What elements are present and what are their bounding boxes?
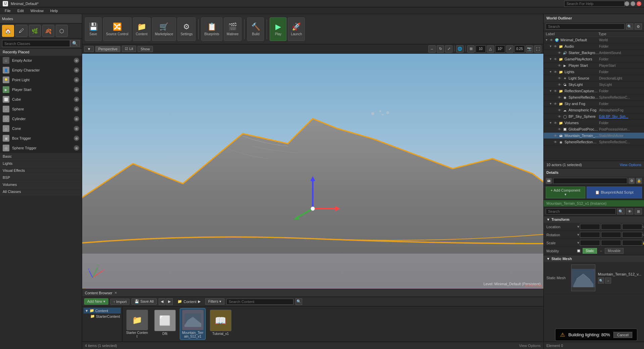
viewport[interactable]: X Y Z Level: Minimal_Default (Persistent…	[82, 54, 543, 289]
scale-snap-icon[interactable]: ⤢	[506, 45, 514, 53]
lit-button[interactable]: ☑ Lit	[122, 46, 136, 52]
wo-type-bp-sky[interactable]: Edit BP_Sky_Sph...	[599, 115, 643, 118]
source-control-button[interactable]: 🔀 Source Control	[103, 17, 131, 41]
minimize-button[interactable]: —	[625, 1, 629, 6]
wo-expand-volumes[interactable]: ▼	[549, 121, 553, 124]
close-button[interactable]: ✕	[637, 1, 641, 6]
category-recently-placed[interactable]: Recently Placed	[0, 49, 82, 56]
sphere-add[interactable]: ⊕	[74, 106, 79, 112]
wo-item-reflection[interactable]: ▼ 👁 📁 ReflectionCaptureActors Folder	[544, 88, 644, 94]
world-local-icon[interactable]: 🌐	[456, 45, 464, 53]
mesh-browse-btn[interactable]: 🔍	[598, 278, 604, 284]
wo-item-sphere-reflection10[interactable]: ▶ 👁 ◉ SphereReflectionCapture10 SphereRe…	[544, 94, 644, 101]
rotate-icon[interactable]: ↻	[437, 45, 444, 53]
transform-header[interactable]: ▼ Transform	[544, 216, 644, 223]
matinee-button[interactable]: 🎬 Matinee	[224, 17, 242, 41]
search-classes-button[interactable]: 🔍	[70, 40, 80, 47]
dp-actor-settings[interactable]: ⚙	[629, 178, 635, 184]
content-browser-close[interactable]: ✕	[114, 291, 117, 295]
wo-item-bg-cue[interactable]: ▶ 👁 🔊 Starter_Background_Cue AmbientSoun…	[544, 50, 644, 56]
menu-help[interactable]: Help	[47, 8, 61, 13]
rotation-x-input[interactable]: 0.0°	[580, 232, 600, 238]
scale-icon[interactable]: ⤢	[445, 45, 452, 53]
content-button[interactable]: 📁 Content	[133, 17, 151, 41]
dp-actor-name-input[interactable]: Mountain_Terrain_512_v1	[553, 178, 627, 184]
asset-dflt[interactable]: ⬜ Dflt	[152, 308, 177, 340]
mobility-movable-button[interactable]: Movable	[605, 248, 624, 254]
wo-item-atm-fog[interactable]: ▶ 👁 ☁ Atmospheric Fog AtmosphericFog	[544, 107, 644, 113]
cone-add[interactable]: ⊕	[74, 126, 79, 131]
scale-y-input[interactable]: 10.0	[601, 240, 621, 246]
folder-content[interactable]: ▼ 📁 Content	[84, 308, 121, 313]
build-button[interactable]: 🔨 Build	[247, 17, 264, 41]
category-visual-effects[interactable]: Visual Effects	[0, 167, 82, 174]
wo-search-btn[interactable]: 🔍	[626, 23, 633, 30]
sphere-trigger-add[interactable]: ⊕	[74, 145, 79, 151]
category-basic[interactable]: Basic	[0, 153, 82, 160]
point-light-add[interactable]: ⊕	[74, 77, 79, 83]
dp-search-input[interactable]	[546, 208, 616, 214]
cube-add[interactable]: ⊕	[74, 97, 79, 102]
filters-button[interactable]: Filters ▾	[205, 298, 224, 305]
viewport-dropdown[interactable]: ▼	[84, 46, 94, 52]
wo-expand-audio[interactable]: ▼	[549, 45, 553, 48]
menu-file[interactable]: File	[1, 8, 14, 13]
grid-snap-input[interactable]: 10	[476, 45, 486, 53]
category-bsp[interactable]: BSP	[0, 174, 82, 181]
location-y-input[interactable]: -270.0 cm	[601, 224, 621, 230]
search-classes-input[interactable]	[2, 40, 70, 47]
mode-foliage[interactable]: 🍂	[42, 25, 54, 37]
cb-view-options[interactable]: View Options	[519, 344, 541, 348]
mode-landscape[interactable]: 🌿	[29, 25, 41, 37]
maximize-icon[interactable]: ⛶	[534, 45, 541, 53]
wo-item-sky-fog[interactable]: ▼ 👁 📁 Sky and Fog Folder	[544, 101, 644, 107]
box-trigger-add[interactable]: ⊕	[74, 136, 79, 141]
camera-speed-icon[interactable]: 📷	[526, 45, 533, 53]
list-item[interactable]: ▶ Player Start ⊕	[0, 85, 82, 95]
content-search-input[interactable]	[226, 299, 293, 305]
rotation-reset[interactable]: ↺	[642, 233, 644, 237]
launch-button[interactable]: 🚀 Launch	[288, 17, 305, 41]
list-item[interactable]: △ Cone ⊕	[0, 124, 82, 134]
rotation-snap-input[interactable]	[495, 45, 505, 53]
dp-search-btn[interactable]: 🔍	[617, 208, 625, 214]
menu-edit[interactable]: Edit	[14, 8, 27, 13]
blueprints-button[interactable]: 📋 Blueprints	[201, 17, 222, 41]
add-component-button[interactable]: + Add Component ▾	[546, 187, 585, 198]
wo-item-volumes[interactable]: ▼ 👁 📁 Volumes Folder	[544, 120, 644, 126]
wo-item-skylight[interactable]: ▶ 👁 🌤 SkyLight SkyLight	[544, 82, 644, 88]
wo-search-input[interactable]	[546, 23, 625, 30]
wo-item-audio[interactable]: ▼ 👁 📁 Audio Folder	[544, 43, 644, 50]
static-mesh-header[interactable]: ▼ Static Mesh	[544, 255, 644, 262]
lock-scale-icon[interactable]: 🔒	[642, 241, 644, 245]
cb-forward-button[interactable]: ▶	[166, 298, 173, 305]
list-item[interactable]: ⬡ Cylinder ⊕	[0, 114, 82, 124]
wo-item-mountain-terrain[interactable]: ▶ 👁 🏔 Mountain_Terrain_512_v1 StaticMesh…	[544, 133, 644, 139]
building-cancel-button[interactable]: Cancel	[613, 332, 632, 338]
settings-button[interactable]: ⚙ Settings	[177, 17, 196, 41]
menu-window[interactable]: Window	[27, 8, 47, 13]
asset-tutorial[interactable]: 📖 Tutorial_v1	[208, 308, 233, 340]
wo-item-gameplay[interactable]: ▼ 👁 📁 GamePlayActors Folder	[544, 56, 644, 62]
help-search-input[interactable]	[564, 1, 625, 7]
asset-starter-content[interactable]: 📁 Starter Content	[124, 308, 150, 340]
list-item[interactable]: ⬜ Cube ⊕	[0, 95, 82, 104]
player-start-add[interactable]: ⊕	[74, 87, 79, 92]
grid-snap-icon[interactable]: ⊞	[467, 45, 475, 53]
mobility-static-button[interactable]: Static	[583, 248, 597, 254]
view-options-link[interactable]: View Options	[620, 163, 641, 167]
category-volumes[interactable]: Volumes	[0, 181, 82, 188]
location-z-input[interactable]: 0.0 cm	[622, 224, 642, 230]
dp-grid-btn[interactable]: ⊞	[635, 208, 642, 214]
dp-actor-lock[interactable]: 🔒	[636, 178, 642, 184]
scale-x-input[interactable]: 10.0	[580, 240, 600, 246]
wo-expand-lights[interactable]: ▼	[549, 70, 553, 73]
save-button[interactable]: 💾 Save	[85, 17, 102, 41]
rotation-z-input[interactable]: 0.0°	[622, 232, 642, 238]
save-all-button[interactable]: 💾 Save All	[131, 298, 157, 305]
static-mesh-preview[interactable]	[571, 264, 595, 291]
location-reset[interactable]: ↺	[642, 225, 644, 229]
wo-expand-world[interactable]: ▼	[545, 38, 549, 42]
rotation-y-input[interactable]: 0.0°	[601, 232, 621, 238]
content-search-button[interactable]: 🔍	[296, 298, 302, 305]
